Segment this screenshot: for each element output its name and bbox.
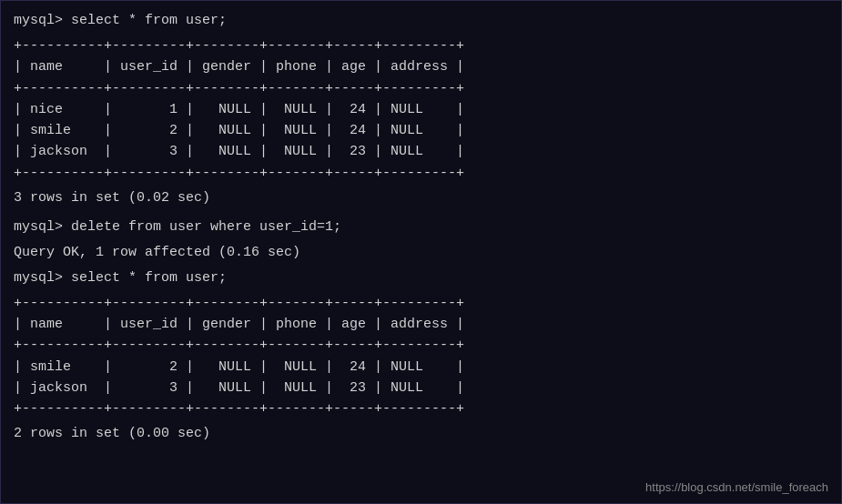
prompt-delete-result: Query OK, 1 row affected (0.16 sec) bbox=[14, 242, 828, 264]
table2-header: | name | user_id | gender | phone | age … bbox=[14, 314, 828, 335]
table2: +----------+---------+--------+-------+-… bbox=[14, 293, 828, 420]
result1: 3 rows in set (0.02 sec) bbox=[14, 187, 828, 209]
result2: 2 rows in set (0.00 sec) bbox=[14, 423, 828, 445]
prompt-select1: mysql> select * from user; bbox=[14, 10, 828, 32]
section-first-select: mysql> select * from user; +----------+-… bbox=[14, 10, 828, 209]
prompt-select2: mysql> select * from user; bbox=[14, 267, 828, 289]
table2-sep-bot: +----------+---------+--------+-------+-… bbox=[14, 398, 828, 419]
terminal-window: mysql> select * from user; +----------+-… bbox=[0, 0, 842, 504]
table1-header: | name | user_id | gender | phone | age … bbox=[14, 56, 828, 77]
table2-sep-mid: +----------+---------+--------+-------+-… bbox=[14, 335, 828, 356]
table2-row2: | jackson | 3 | NULL | NULL | 23 | NULL … bbox=[14, 378, 828, 398]
table1-row2: | smile | 2 | NULL | NULL | 24 | NULL | bbox=[14, 120, 828, 141]
table1-sep-mid: +----------+---------+--------+-------+-… bbox=[14, 78, 828, 99]
prompt-delete: mysql> delete from user where user_id=1; bbox=[14, 217, 828, 238]
table1-row1: | nice | 1 | NULL | NULL | 24 | NULL | bbox=[14, 99, 828, 120]
table2-sep-top: +----------+---------+--------+-------+-… bbox=[14, 293, 828, 314]
table2-row1: | smile | 2 | NULL | NULL | 24 | NULL | bbox=[14, 357, 828, 378]
table1-row3: | jackson | 3 | NULL | NULL | 23 | NULL … bbox=[14, 141, 828, 162]
table1-sep-top: +----------+---------+--------+-------+-… bbox=[14, 35, 828, 56]
table1: +----------+---------+--------+-------+-… bbox=[14, 35, 828, 184]
section-second-select: mysql> select * from user; +----------+-… bbox=[14, 267, 828, 446]
watermark: https://blog.csdn.net/smile_foreach bbox=[645, 480, 828, 494]
section-delete: mysql> delete from user where user_id=1;… bbox=[14, 217, 828, 264]
table1-sep-bot: +----------+---------+--------+-------+-… bbox=[14, 163, 828, 184]
